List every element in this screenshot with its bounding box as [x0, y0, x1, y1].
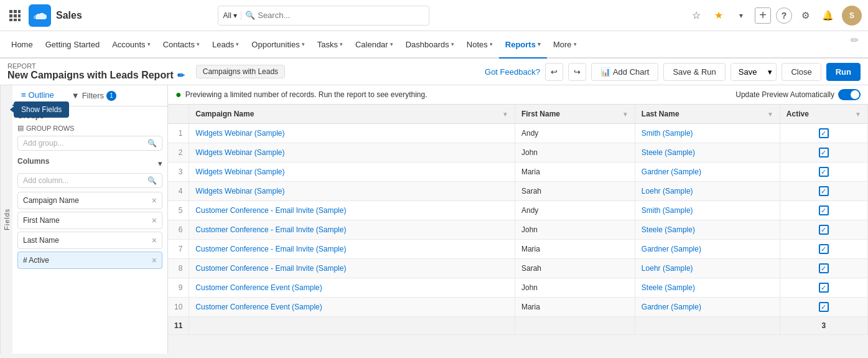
nav-accounts[interactable]: Accounts ▾	[106, 31, 156, 59]
cell-campaign[interactable]: Customer Conference - Email Invite (Samp…	[189, 201, 515, 220]
checkbox-checked-icon: ✓	[819, 128, 829, 138]
nav-more-caret: ▾	[574, 41, 577, 47]
cell-lastname[interactable]: Gardner (Sample)	[635, 163, 780, 182]
add-chart-button[interactable]: 📊 Add Chart	[591, 63, 659, 81]
cell-firstname: Andy	[515, 124, 635, 143]
toggle-knob	[851, 90, 859, 99]
run-button[interactable]: Run	[826, 63, 861, 81]
green-status-icon: ●	[175, 89, 182, 100]
svg-rect-4	[14, 14, 17, 17]
cell-campaign[interactable]: Widgets Webinar (Sample)	[189, 124, 515, 143]
table-row: 1 Widgets Webinar (Sample) Andy Smith (S…	[168, 124, 868, 143]
search-filter-dropdown[interactable]: All ▾	[223, 11, 242, 20]
avatar[interactable]: S	[842, 6, 862, 26]
nav-getting-started[interactable]: Getting Started	[39, 31, 106, 59]
cell-lastname[interactable]: Gardner (Sample)	[635, 240, 780, 259]
cell-campaign[interactable]	[189, 317, 515, 335]
svg-rect-7	[14, 19, 17, 21]
remove-last-name-button[interactable]: ×	[152, 235, 157, 245]
close-button[interactable]: Close	[782, 63, 821, 81]
cell-campaign[interactable]: Customer Conference - Email Invite (Samp…	[189, 240, 515, 259]
nav-leads[interactable]: Leads ▾	[206, 31, 245, 59]
star-icon[interactable]: ☆	[688, 7, 705, 24]
add-column-input[interactable]: Add column... 🔍	[17, 173, 162, 188]
star-filled-icon[interactable]: ★	[710, 7, 727, 24]
th-first-name[interactable]: First Name ▼	[515, 105, 635, 124]
cell-lastname[interactable]: Gardner (Sample)	[635, 298, 780, 317]
cell-campaign[interactable]: Widgets Webinar (Sample)	[189, 182, 515, 201]
sort-campaign-icon[interactable]: ▼	[502, 111, 508, 118]
nav-dashboards-caret: ▾	[451, 41, 454, 47]
add-icon[interactable]: +	[755, 7, 771, 24]
columns-dropdown-icon[interactable]: ▾	[158, 159, 162, 168]
edit-nav-icon[interactable]: ✏	[846, 31, 863, 49]
cell-firstname: Maria	[515, 240, 635, 259]
th-active[interactable]: Active ▼	[780, 105, 867, 124]
cell-lastname[interactable]: Steele (Sample)	[635, 220, 780, 240]
show-fields-tooltip: Show Fields	[14, 101, 69, 118]
add-group-input[interactable]: Add group... 🔍	[17, 136, 162, 151]
remove-active-button[interactable]: ×	[152, 255, 157, 265]
nav-calendar[interactable]: Calendar ▾	[349, 31, 399, 59]
svg-rect-6	[9, 19, 12, 21]
cell-active: ✓	[780, 278, 867, 298]
cell-lastname[interactable]: Smith (Sample)	[635, 124, 780, 143]
report-table: Campaign Name ▼ First Name ▼	[168, 105, 868, 335]
fields-tab[interactable]: Fields	[0, 85, 12, 354]
nav-notes[interactable]: Notes ▾	[460, 31, 499, 59]
cell-campaign[interactable]: Customer Conference - Email Invite (Samp…	[189, 259, 515, 278]
cell-lastname[interactable]: Loehr (Sample)	[635, 182, 780, 201]
nav-tasks[interactable]: Tasks ▾	[311, 31, 349, 59]
cell-lastname[interactable]: Smith (Sample)	[635, 201, 780, 220]
cell-campaign[interactable]: Widgets Webinar (Sample)	[189, 143, 515, 163]
edit-title-icon[interactable]: ✏	[177, 70, 185, 80]
sort-firstname-icon[interactable]: ▼	[622, 111, 628, 118]
sort-active-icon[interactable]: ▼	[855, 111, 861, 118]
remove-first-name-button[interactable]: ×	[152, 215, 157, 225]
cell-lastname[interactable]: Steele (Sample)	[635, 278, 780, 298]
cell-campaign[interactable]: Customer Conference Event (Sample)	[189, 298, 515, 317]
right-panel: ● Previewing a limited number of records…	[168, 85, 868, 354]
nav-reports[interactable]: Reports ▾	[499, 31, 547, 59]
tab-badge[interactable]: Campaigns with Leads	[196, 65, 285, 78]
update-preview-toggle[interactable]	[838, 89, 861, 100]
apps-grid-icon[interactable]	[6, 7, 24, 24]
cell-campaign[interactable]: Widgets Webinar (Sample)	[189, 163, 515, 182]
sort-lastname-icon[interactable]: ▼	[767, 111, 773, 118]
bell-icon[interactable]: 🔔	[819, 7, 837, 24]
cell-campaign[interactable]: Customer Conference Event (Sample)	[189, 278, 515, 298]
th-last-name[interactable]: Last Name ▼	[635, 105, 780, 124]
nav-more[interactable]: More ▾	[547, 31, 583, 59]
svg-rect-1	[14, 10, 17, 13]
settings-icon[interactable]: ⚙	[797, 7, 814, 24]
search-input[interactable]	[258, 11, 423, 20]
help-icon[interactable]: ?	[776, 7, 792, 24]
cell-active: ✓	[780, 163, 867, 182]
remove-campaign-name-button[interactable]: ×	[152, 195, 157, 205]
nav-home[interactable]: Home	[5, 31, 39, 59]
cell-active: 3	[780, 317, 867, 335]
cell-campaign[interactable]: Customer Conference - Email Invite (Samp…	[189, 220, 515, 240]
save-button[interactable]: Save	[731, 64, 765, 80]
cell-lastname[interactable]: Loehr (Sample)	[635, 259, 780, 278]
nav-calendar-caret: ▾	[390, 41, 393, 47]
redo-button[interactable]: ↪	[568, 63, 586, 81]
table-row: 6 Customer Conference - Email Invite (Sa…	[168, 220, 868, 240]
got-feedback-link[interactable]: Got Feedback?	[485, 67, 540, 77]
nav-dashboards[interactable]: Dashboards ▾	[399, 31, 460, 59]
cell-lastname	[635, 317, 780, 335]
save-run-button[interactable]: Save & Run	[663, 63, 725, 81]
nav-opportunities[interactable]: Opportunities ▾	[245, 31, 310, 59]
cell-firstname: John	[515, 278, 635, 298]
th-campaign-name[interactable]: Campaign Name ▼	[189, 105, 515, 124]
cell-firstname: Maria	[515, 163, 635, 182]
chevron-down-icon[interactable]: ▾	[732, 7, 750, 24]
outline-icon: ≡	[21, 90, 26, 100]
column-campaign-name: Campaign Name ×	[17, 192, 162, 209]
cell-lastname[interactable]: Steele (Sample)	[635, 143, 780, 163]
undo-button[interactable]: ↩	[545, 63, 563, 81]
nav-reports-caret: ▾	[538, 41, 541, 47]
filters-tab[interactable]: ▼ Filters 1	[63, 85, 125, 106]
save-dropdown-button[interactable]: ▾	[764, 64, 776, 80]
nav-contacts[interactable]: Contacts ▾	[157, 31, 206, 59]
